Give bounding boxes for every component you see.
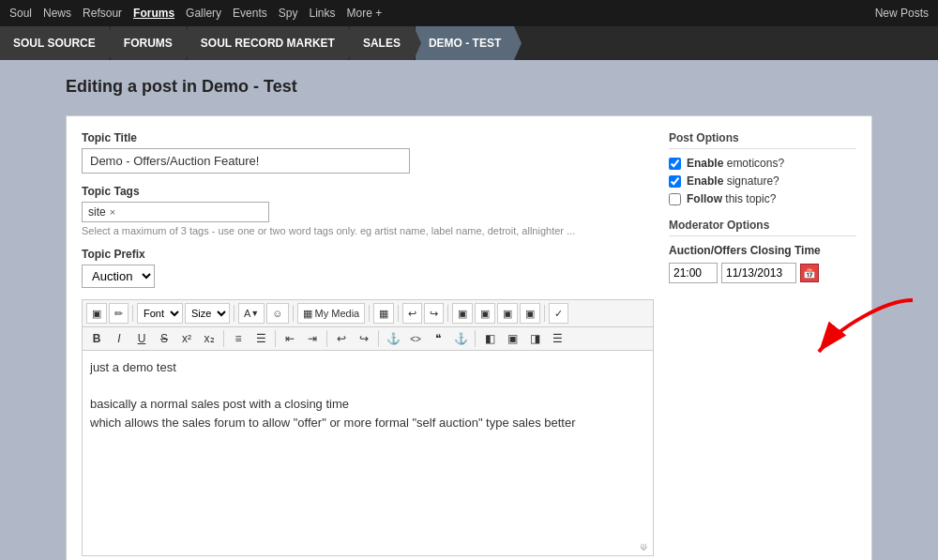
redo2-button[interactable]: ↪ <box>354 329 374 348</box>
anchor-button[interactable]: ⚓ <box>450 329 471 348</box>
resize-handle[interactable]: ⟱ <box>640 542 651 553</box>
underline-button[interactable]: U <box>131 329 152 348</box>
italic-button[interactable]: I <box>109 329 129 348</box>
content-panel: Topic Title Topic Tags site × Select a m… <box>66 115 872 560</box>
post-options-section: Post Options Enable emoticons? Enable si… <box>669 131 856 205</box>
topic-tags-label: Topic Tags <box>82 185 654 198</box>
editor-toolbar-row2: B I U S x² x₂ ≡ ☰ ⇤ ⇥ ↩ ↪ ⚓ <> ❝ ⚓ <box>82 326 654 350</box>
edit-button[interactable]: ✏ <box>109 303 129 324</box>
outdent-button[interactable]: ⇤ <box>280 329 300 348</box>
align-right-button[interactable]: ◨ <box>524 329 545 348</box>
breadcrumb-soul-record-market[interactable]: SOUL RECORD MARKET <box>188 26 350 60</box>
follow-topic-label: Follow this topic? <box>687 192 776 205</box>
editor-area[interactable]: just a demo test basically a normal sale… <box>82 350 654 556</box>
tag-hint: Select a maximum of 3 tags - use one or … <box>82 225 654 236</box>
breadcrumb-forums[interactable]: FORUMS <box>111 26 188 60</box>
topic-title-group: Topic Title <box>82 131 654 174</box>
moderator-options-title: Moderator Options <box>669 219 856 236</box>
toolbar2-sep-3 <box>326 330 327 347</box>
nav-soul[interactable]: Soul <box>9 7 32 20</box>
closing-time-label: Auction/Offers Closing Time <box>669 244 856 257</box>
time-input[interactable] <box>669 263 718 283</box>
toolbar-separator-6 <box>447 305 448 322</box>
breadcrumb-demo-test[interactable]: DEMO - TEST <box>416 26 516 60</box>
table-button[interactable]: ▦ <box>373 303 394 324</box>
date-input[interactable] <box>721 263 796 283</box>
enable-emoticons-checkbox[interactable] <box>669 158 681 170</box>
nav-links[interactable]: Links <box>309 7 335 20</box>
toolbar-separator-3 <box>293 305 294 322</box>
enable-emoticons-row: Enable emoticons? <box>669 157 856 170</box>
new-posts-link[interactable]: New Posts <box>875 7 929 20</box>
editor-line-3: which allows the sales forum to allow "o… <box>90 414 645 432</box>
topic-prefix-label: Topic Prefix <box>82 248 654 261</box>
editor-toolbar-row1: ▣ ✏ Font Size A▼ ☺ ▦ My Media ▦ ↩ ↪ <box>82 299 654 326</box>
page-title: Editing a post in Demo - Test <box>66 69 872 104</box>
right-column: Post Options Enable emoticons? Enable si… <box>669 131 856 560</box>
style-button[interactable]: A▼ <box>238 303 265 324</box>
remove-tag-button[interactable]: × <box>110 206 115 218</box>
enable-signature-checkbox[interactable] <box>669 175 681 188</box>
closing-time-inputs: 📅 <box>669 263 856 283</box>
breadcrumb-navigation: SOUL SOURCE FORUMS SOUL RECORD MARKET SA… <box>0 26 938 60</box>
copy-btn-4[interactable]: ▣ <box>520 303 540 324</box>
undo2-button[interactable]: ↩ <box>331 329 352 348</box>
link-button[interactable]: ⚓ <box>383 329 403 348</box>
tag-chip: site × <box>88 205 115 219</box>
copy-btn-1[interactable]: ▣ <box>452 303 473 324</box>
nav-more[interactable]: More + <box>347 7 383 20</box>
media-button[interactable]: ▦ My Media <box>297 303 366 324</box>
strikethrough-button[interactable]: S <box>154 329 174 348</box>
nav-news[interactable]: News <box>43 7 71 20</box>
toolbar-separator-5 <box>398 305 399 322</box>
spell-button[interactable]: ✓ <box>549 303 568 324</box>
undo-button[interactable]: ↩ <box>402 303 422 324</box>
superscript-button[interactable]: x² <box>176 329 197 348</box>
topic-prefix-select[interactable]: Auction Sale Trade Sold <box>82 265 155 288</box>
calendar-icon[interactable]: 📅 <box>800 264 819 282</box>
enable-signature-label: Enable signature? <box>687 174 779 188</box>
top-navigation: Soul News Refsour Forums Gallery Events … <box>0 0 938 26</box>
nav-refsour[interactable]: Refsour <box>83 7 122 20</box>
nav-gallery[interactable]: Gallery <box>186 7 221 20</box>
nav-forums[interactable]: Forums <box>133 7 174 20</box>
editor-content: just a demo test basically a normal sale… <box>90 358 645 431</box>
nav-spy[interactable]: Spy <box>279 7 298 20</box>
emoji-button[interactable]: ☺ <box>266 303 288 324</box>
editor-line-1: just a demo test <box>90 358 645 377</box>
quote-button[interactable]: ❝ <box>428 329 448 348</box>
indent-button[interactable]: ⇥ <box>302 329 323 348</box>
toolbar-separator-2 <box>234 305 234 322</box>
align-justify-button[interactable]: ☰ <box>547 329 567 348</box>
nav-events[interactable]: Events <box>233 7 267 20</box>
align-left-button[interactable]: ◧ <box>479 329 500 348</box>
moderator-options-section: Moderator Options Auction/Offers Closing… <box>669 219 856 283</box>
size-select[interactable]: Size <box>185 303 230 324</box>
bold-button[interactable]: B <box>86 329 107 348</box>
tag-input-wrapper[interactable]: site × <box>82 202 269 222</box>
font-select[interactable]: Font <box>137 303 183 324</box>
enable-signature-row: Enable signature? <box>669 174 856 188</box>
subscript-button[interactable]: x₂ <box>199 329 219 348</box>
align-center-button[interactable]: ▣ <box>502 329 522 348</box>
follow-topic-checkbox[interactable] <box>669 193 681 205</box>
code-button[interactable]: <> <box>405 329 426 348</box>
toolbar-separator-1 <box>132 305 133 322</box>
breadcrumb-soul-source[interactable]: SOUL SOURCE <box>0 26 111 60</box>
topic-tags-group: Topic Tags site × Select a maximum of 3 … <box>82 185 654 236</box>
enable-emoticons-label: Enable emoticons? <box>687 157 784 170</box>
copy-btn-3[interactable]: ▣ <box>497 303 518 324</box>
redo-button[interactable]: ↪ <box>424 303 444 324</box>
toolbar2-sep-1 <box>223 330 224 347</box>
ordered-list-button[interactable]: ☰ <box>250 329 271 348</box>
copy-btn-2[interactable]: ▣ <box>475 303 495 324</box>
source-button[interactable]: ▣ <box>86 303 107 324</box>
toolbar2-sep-5 <box>475 330 476 347</box>
breadcrumb-sales[interactable]: SALES <box>350 26 416 60</box>
topic-title-input[interactable] <box>82 148 410 174</box>
arrow-annotation <box>809 291 922 366</box>
unordered-list-button[interactable]: ≡ <box>228 329 249 348</box>
main-container: Editing a post in Demo - Test Topic Titl… <box>56 69 882 560</box>
topic-title-label: Topic Title <box>82 131 654 144</box>
top-nav-links: Soul News Refsour Forums Gallery Events … <box>9 7 382 20</box>
